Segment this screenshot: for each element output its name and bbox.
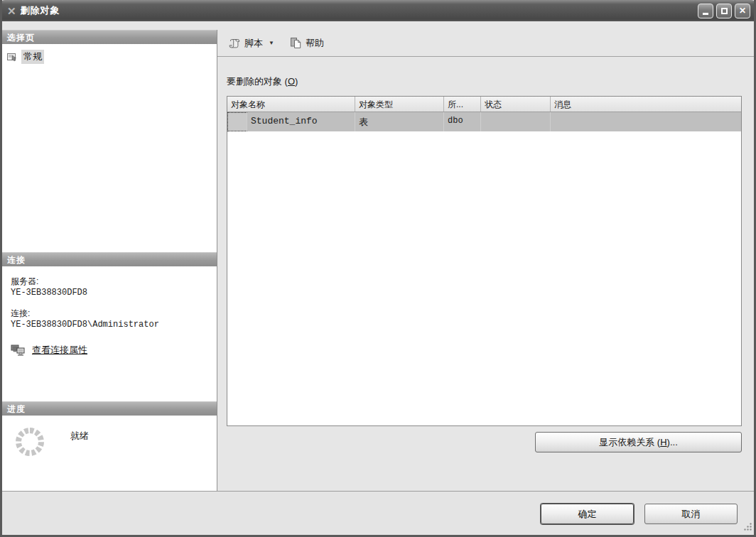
column-header-object-type[interactable]: 对象类型 (355, 97, 444, 112)
connection-header: 连接 (2, 252, 217, 266)
connection-value: YE-3EB38830DFD8\Administrator (11, 320, 210, 330)
title-bar[interactable]: ✕ 删除对象 ✕ (0, 0, 756, 21)
column-header-owner[interactable]: 所... (444, 97, 481, 112)
progress-header: 进度 (2, 401, 217, 416)
maximize-icon (721, 8, 728, 14)
script-dropdown-icon[interactable]: ▼ (269, 40, 274, 46)
cell-status (481, 112, 551, 131)
maximize-button[interactable] (716, 4, 732, 18)
table-row[interactable]: Student_info 表 dbo (227, 112, 741, 131)
close-icon: ✕ (739, 6, 746, 15)
minimize-icon (703, 13, 708, 15)
show-dependencies-button[interactable]: 显示依赖关系 (H)... (535, 432, 742, 452)
pages-list: 常规 (2, 44, 217, 252)
column-header-status[interactable]: 状态 (481, 97, 551, 112)
objects-to-delete-label: 要删除的对象 (O) (227, 75, 742, 88)
sidebar: 选择页 常规 连接 服务器: YE-3E (2, 30, 217, 493)
help-label: 帮助 (306, 37, 324, 50)
sidebar-item-label: 常规 (21, 50, 44, 64)
cancel-button[interactable]: 取消 (644, 504, 738, 524)
content-area: 要删除的对象 (O) 对象名称 对象类型 所... 状态 消息 Student_… (217, 57, 754, 493)
progress-spinner-icon (14, 425, 46, 458)
progress-status: 就绪 (70, 430, 89, 443)
footer-bar: 确定 取消 (2, 491, 754, 535)
cell-object-name: Student_info (247, 112, 355, 131)
connection-label: 连接: (11, 308, 210, 320)
objects-grid[interactable]: 对象名称 对象类型 所... 状态 消息 Student_info 表 dbo (227, 96, 742, 426)
minimize-button[interactable] (698, 4, 713, 18)
cell-owner: dbo (444, 112, 481, 131)
resize-grip-icon[interactable] (743, 522, 752, 533)
grid-header-row: 对象名称 对象类型 所... 状态 消息 (227, 97, 741, 112)
general-page-icon (6, 51, 18, 63)
view-connection-properties-link[interactable]: 查看连接属性 (32, 344, 87, 357)
close-button[interactable]: ✕ (735, 4, 750, 18)
select-page-header: 选择页 (2, 30, 217, 44)
row-selector-cell[interactable] (227, 112, 247, 131)
delete-object-icon: ✕ (7, 6, 16, 16)
connection-info: 服务器: YE-3EB38830DFD8 连接: YE-3EB38830DFD8… (2, 266, 217, 401)
column-header-object-name[interactable]: 对象名称 (227, 97, 355, 112)
script-icon (229, 37, 241, 49)
sidebar-item-general[interactable]: 常规 (6, 50, 212, 64)
delete-object-dialog: ✕ 删除对象 ✕ 选择页 (0, 0, 756, 537)
help-icon (290, 37, 302, 49)
main-panel: 脚本 ▼ 帮助 要删除的对象 (O) (217, 30, 754, 493)
cell-message (551, 112, 741, 131)
connection-properties-icon (11, 345, 26, 357)
frame-gap (2, 21, 754, 30)
toolbar: 脚本 ▼ 帮助 (217, 30, 754, 57)
server-label: 服务器: (11, 276, 210, 288)
window-title: 删除对象 (21, 4, 60, 17)
script-label: 脚本 (244, 37, 263, 50)
server-value: YE-3EB38830DFD8 (11, 288, 210, 298)
help-button[interactable]: 帮助 (287, 35, 327, 52)
script-button[interactable]: 脚本 ▼ (226, 35, 277, 52)
column-header-message[interactable]: 消息 (551, 97, 741, 112)
ok-button[interactable]: 确定 (541, 504, 634, 524)
progress-section: 就绪 (2, 416, 217, 493)
cell-object-type: 表 (355, 112, 444, 131)
